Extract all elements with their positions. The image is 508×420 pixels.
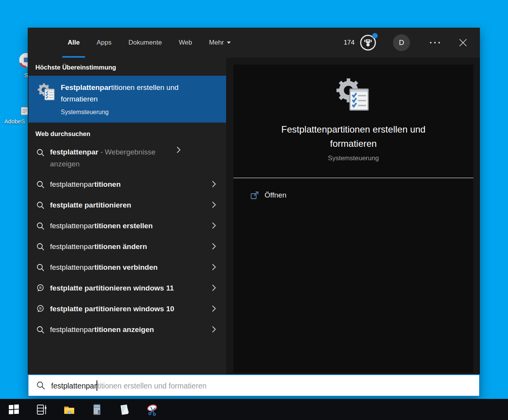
desktop: { "colors": { "desktop_background": "#00…	[0, 0, 508, 420]
rewards-medal-icon[interactable]	[359, 34, 377, 51]
file-explorer-button[interactable]	[55, 399, 83, 420]
chevron-right-icon[interactable]	[212, 180, 217, 188]
search-icon	[36, 148, 45, 157]
search-suggestion[interactable]: festplattenpartitionen ändern	[28, 236, 226, 257]
search-icon	[36, 381, 45, 390]
tab-apps[interactable]: Apps	[96, 39, 112, 46]
start-button[interactable]	[0, 399, 28, 420]
snipping-tool-button[interactable]	[138, 399, 166, 420]
search-suggestion[interactable]: festplattenpartitionen anzeigen	[28, 319, 226, 340]
notepad-button[interactable]	[111, 399, 138, 420]
windows-logo-icon	[8, 404, 19, 415]
file-icon	[21, 107, 28, 115]
calculator-button[interactable]	[83, 399, 111, 420]
tab-mehr[interactable]: Mehr	[208, 39, 232, 46]
taskbar	[0, 399, 508, 420]
chevron-right-icon[interactable]	[212, 325, 217, 333]
best-match-result[interactable]: Festplattenpartitionen erstellen und for…	[28, 76, 226, 123]
chevron-down-icon	[227, 42, 231, 44]
search-icon	[36, 180, 45, 189]
search-suggestion[interactable]: festplattenpartitionen	[28, 174, 226, 194]
search-icon	[36, 222, 45, 230]
search-suggestion[interactable]: festplattenpartitionen erstellen	[28, 215, 226, 236]
divider	[233, 178, 473, 178]
detail-subtitle: Systemsteuerung	[328, 154, 379, 162]
tab-alle[interactable]: Alle	[67, 39, 80, 46]
best-match-subtitle: Systemsteuerung	[61, 109, 188, 116]
desktop-icon[interactable]: AdobeS	[0, 107, 32, 125]
snipping-tool-icon	[146, 403, 158, 416]
preview-panel: Festplattenpartitionen erstellen und for…	[226, 58, 480, 374]
best-match-title: Festplattenpartitionen erstellen und for…	[61, 82, 188, 105]
tab-dokumente[interactable]: Dokumente	[128, 39, 163, 46]
calculator-icon	[91, 404, 103, 415]
detail-title: Festplattenpartitionen erstellen und for…	[259, 122, 448, 151]
account-avatar[interactable]: D	[393, 34, 410, 51]
search-icon	[36, 242, 45, 251]
disk-management-icon	[336, 78, 370, 112]
close-icon[interactable]	[458, 37, 468, 48]
search-suggestion[interactable]: festplattenpar - Webergebnisse anzeigen	[28, 141, 226, 174]
chevron-right-icon[interactable]	[212, 201, 217, 209]
results-panel: Höchste Übereinstimmung Festplattenparti…	[28, 58, 226, 374]
search-icon	[36, 263, 45, 272]
open-action[interactable]: Öffnen	[233, 187, 473, 204]
search-suggestion[interactable]: festplattenpartitionen verbinden	[28, 257, 226, 277]
task-view-button[interactable]	[28, 399, 55, 420]
chat-bubble-icon	[36, 305, 45, 313]
search-suggestion[interactable]: festplatte partitionieren windows 10	[28, 298, 226, 319]
header-actions: 174 D	[344, 28, 468, 58]
open-action-label: Öffnen	[265, 191, 286, 199]
chevron-right-icon[interactable]	[212, 284, 217, 292]
more-options-icon[interactable]	[430, 42, 440, 43]
search-icon	[36, 201, 45, 209]
disk-management-icon	[38, 83, 55, 101]
desktop-icon-label: AdobeS	[0, 118, 32, 125]
chevron-right-icon[interactable]	[176, 146, 182, 154]
search-query-typed: festplattenpar	[51, 382, 97, 390]
search-suggestion[interactable]: festplatte partitionieren windows 11	[28, 277, 226, 298]
search-suggestion[interactable]: festplatte partitionieren	[28, 194, 226, 215]
search-input[interactable]: festplattenpartitionen erstellen und for…	[28, 374, 480, 397]
web-search-header: Web durchsuchen	[35, 130, 226, 138]
chat-bubble-icon	[36, 284, 45, 292]
notepad-icon	[119, 404, 130, 415]
chevron-right-icon[interactable]	[212, 222, 217, 229]
best-match-header: Höchste Übereinstimmung	[35, 64, 226, 71]
search-header: Alle Apps Dokumente Web Mehr 174 D	[28, 28, 480, 58]
search-icon	[36, 325, 45, 334]
chevron-right-icon[interactable]	[212, 305, 217, 312]
result-detail-card: Festplattenpartitionen erstellen und for…	[233, 65, 473, 373]
notification-dot	[372, 33, 378, 38]
open-external-icon	[250, 191, 259, 199]
search-filter-tabs: Alle Apps Dokumente Web Mehr	[67, 28, 232, 58]
chevron-right-icon[interactable]	[212, 242, 217, 250]
rewards-points: 174	[344, 39, 355, 46]
file-explorer-icon	[63, 404, 75, 415]
chevron-right-icon[interactable]	[212, 263, 217, 271]
tab-web[interactable]: Web	[178, 39, 193, 46]
search-flyout-window: Alle Apps Dokumente Web Mehr 174 D	[28, 28, 480, 397]
search-query-completion: titionen erstellen und formatieren	[97, 382, 207, 390]
task-view-icon	[36, 404, 47, 415]
